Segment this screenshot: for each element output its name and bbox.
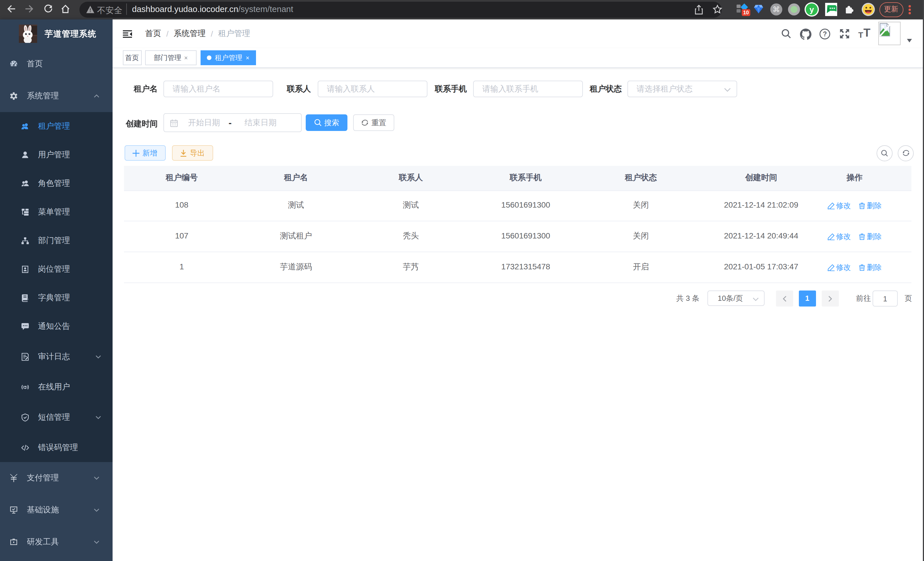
- svg-text:⌘: ⌘: [772, 5, 780, 14]
- svg-text:y: y: [809, 5, 814, 14]
- svg-text:?: ?: [823, 30, 827, 38]
